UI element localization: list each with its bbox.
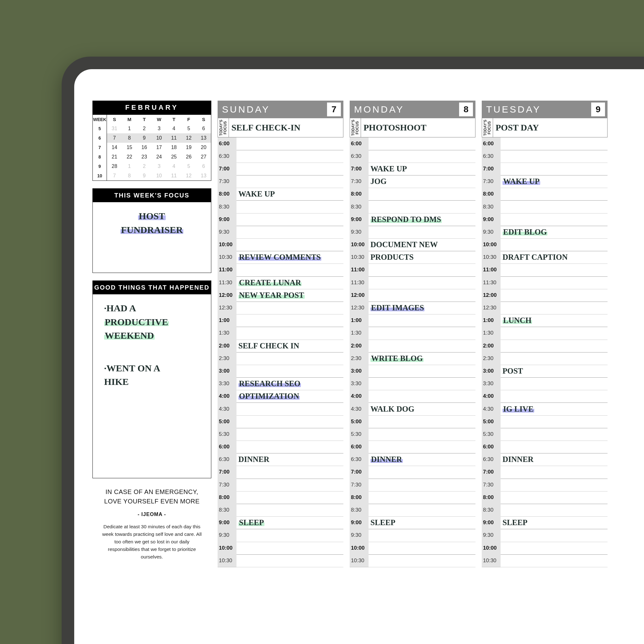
time-slot[interactable]: 2:00 xyxy=(482,340,608,352)
slot-entry[interactable] xyxy=(501,327,608,340)
time-slot[interactable]: 12:30 xyxy=(482,302,608,314)
minical-day[interactable]: 31 xyxy=(107,124,122,133)
time-slot[interactable]: 8:30 xyxy=(218,504,343,516)
time-slot[interactable]: 8:00 xyxy=(350,188,475,201)
time-slot[interactable]: 3:30Research SEO xyxy=(218,378,343,390)
slot-entry[interactable] xyxy=(236,163,343,175)
slot-entry[interactable] xyxy=(236,491,343,504)
slot-entry[interactable] xyxy=(236,137,343,150)
time-slot[interactable]: 9:00 xyxy=(218,213,343,226)
slot-entry[interactable] xyxy=(236,542,343,555)
time-slot[interactable]: 11:00 xyxy=(482,264,608,276)
time-slot[interactable]: 5:30 xyxy=(482,428,608,441)
minical-day[interactable]: 11 xyxy=(166,171,181,180)
week-focus-body[interactable]: HostFundraiser xyxy=(93,202,211,273)
time-slot[interactable]: 6:30 xyxy=(218,150,343,163)
slot-entry[interactable]: Dinner xyxy=(369,453,475,466)
slot-entry[interactable] xyxy=(369,466,475,479)
slot-entry[interactable] xyxy=(369,365,475,378)
time-slot[interactable]: 4:00 xyxy=(482,390,608,403)
slot-entry[interactable] xyxy=(236,529,343,542)
time-slot[interactable]: 6:00 xyxy=(218,441,343,453)
slot-entry[interactable] xyxy=(236,226,343,239)
time-slot[interactable]: 5:00 xyxy=(482,415,608,428)
time-slot[interactable]: 3:00 xyxy=(350,365,475,377)
time-slot[interactable]: 1:30 xyxy=(482,327,608,340)
time-slot[interactable]: 7:30 xyxy=(218,175,343,188)
slot-entry[interactable] xyxy=(369,314,475,327)
minical-day[interactable]: 11 xyxy=(166,133,181,143)
slot-entry[interactable] xyxy=(236,504,343,517)
slot-entry[interactable]: Dinner xyxy=(236,453,343,466)
time-slot[interactable]: 11:00 xyxy=(350,264,475,276)
time-slot[interactable]: 7:30 xyxy=(350,479,475,491)
time-slot[interactable]: 7:00 xyxy=(350,466,475,479)
minical-day[interactable]: 4 xyxy=(166,124,181,133)
time-slot[interactable]: 1:30 xyxy=(218,327,343,340)
minical-day[interactable]: 6 xyxy=(196,162,211,171)
time-slot[interactable]: 9:30Edit blog xyxy=(482,226,608,238)
slot-entry[interactable]: Lunch xyxy=(501,314,608,327)
time-slot[interactable]: 9:00Sleep xyxy=(350,517,475,529)
time-slot[interactable]: 7:00 xyxy=(218,466,343,479)
slot-entry[interactable]: Sleep xyxy=(369,516,475,529)
slot-entry[interactable] xyxy=(236,554,343,567)
time-slot[interactable]: 10:30 xyxy=(350,554,475,567)
slot-entry[interactable] xyxy=(369,150,475,163)
slot-entry[interactable]: Edit images xyxy=(369,302,475,314)
slot-entry[interactable] xyxy=(236,200,343,213)
slot-entry[interactable] xyxy=(501,554,608,567)
slot-entry[interactable]: IG Live xyxy=(501,403,608,415)
time-slot[interactable]: 10:30products xyxy=(350,251,475,264)
time-slot[interactable]: 8:30 xyxy=(482,201,608,213)
time-slot[interactable]: 11:00 xyxy=(218,264,343,276)
slot-entry[interactable] xyxy=(501,200,608,213)
time-slot[interactable]: 6:30Dinner xyxy=(218,453,343,466)
slot-entry[interactable] xyxy=(369,554,475,567)
slot-entry[interactable] xyxy=(369,529,475,542)
time-slot[interactable]: 6:00 xyxy=(218,137,343,150)
slot-entry[interactable]: Jog xyxy=(369,175,475,188)
slot-entry[interactable] xyxy=(501,542,608,555)
slot-entry[interactable] xyxy=(236,327,343,340)
time-slot[interactable]: 9:00 xyxy=(482,213,608,226)
slot-entry[interactable]: Draft caption xyxy=(501,251,608,264)
slot-entry[interactable] xyxy=(501,466,608,479)
slot-entry[interactable] xyxy=(369,200,475,213)
time-slot[interactable]: 9:30 xyxy=(350,529,475,542)
minical-day[interactable]: 20 xyxy=(196,143,211,152)
slot-entry[interactable] xyxy=(369,542,475,555)
slot-entry[interactable]: Sleep xyxy=(236,516,343,529)
slot-entry[interactable] xyxy=(501,302,608,314)
slot-entry[interactable] xyxy=(501,491,608,504)
minical-day[interactable]: 19 xyxy=(181,143,196,152)
slot-entry[interactable] xyxy=(501,479,608,491)
slot-entry[interactable] xyxy=(369,504,475,517)
time-slot[interactable]: 8:00 xyxy=(218,491,343,504)
slot-entry[interactable] xyxy=(369,377,475,390)
minical-day[interactable]: 10 xyxy=(152,133,166,143)
slot-entry[interactable]: Wake up xyxy=(501,175,608,188)
slot-entry[interactable] xyxy=(236,428,343,441)
time-slot[interactable]: 5:00 xyxy=(218,415,343,428)
slot-entry[interactable] xyxy=(501,504,608,517)
slot-entry[interactable]: Self check in xyxy=(236,340,343,353)
minical-day[interactable]: 21 xyxy=(107,152,122,162)
time-slot[interactable]: 6:30 xyxy=(350,150,475,163)
time-slot[interactable]: 4:30IG Live xyxy=(482,403,608,415)
slot-entry[interactable] xyxy=(501,352,608,365)
time-slot[interactable]: 9:30 xyxy=(218,529,343,542)
time-slot[interactable]: 6:00 xyxy=(350,441,475,453)
time-slot[interactable]: 9:30 xyxy=(218,226,343,238)
time-slot[interactable]: 10:00 xyxy=(482,542,608,554)
slot-entry[interactable]: new year post xyxy=(236,289,343,302)
slot-entry[interactable] xyxy=(236,264,343,276)
slot-entry[interactable] xyxy=(369,188,475,201)
time-slot[interactable]: 7:00 xyxy=(482,163,608,175)
time-slot[interactable]: 2:30 xyxy=(482,352,608,365)
todays-focus-text[interactable]: Post day xyxy=(493,118,607,137)
slot-entry[interactable] xyxy=(236,365,343,378)
slot-entry[interactable] xyxy=(236,314,343,327)
time-slot[interactable]: 8:00 xyxy=(350,491,475,504)
slot-entry[interactable] xyxy=(369,276,475,289)
